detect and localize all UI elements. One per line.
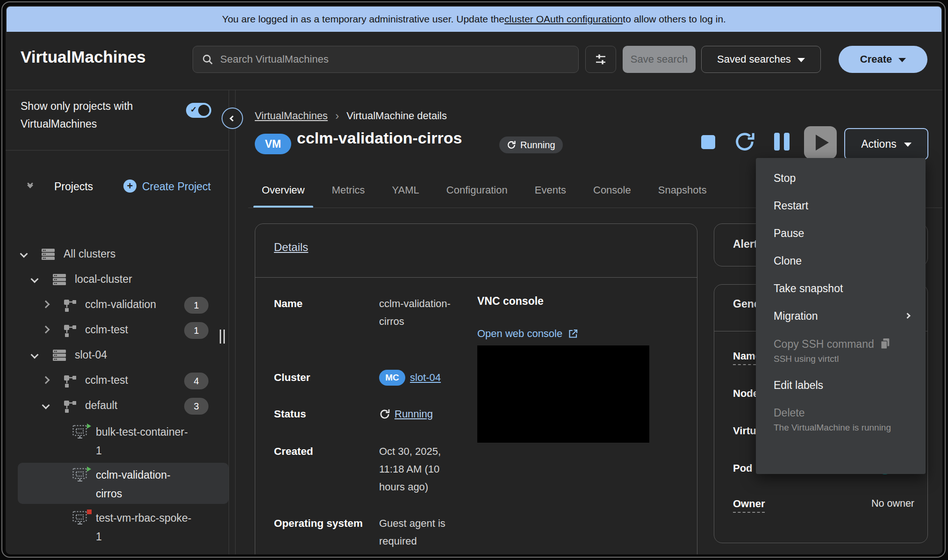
search-icon [201, 53, 214, 65]
vm-status-badge: Running [499, 136, 563, 153]
menu-item-stop[interactable]: Stop [756, 165, 926, 192]
menu-item-migration[interactable]: Migration [756, 302, 926, 330]
tree-item-cclm-validation-cirros[interactable]: cclm-validation-cirros [18, 463, 229, 504]
projects-filter-label: Show only projects with VirtualMachines [21, 97, 165, 133]
chevron-down-icon[interactable] [20, 250, 28, 258]
breadcrumb: VirtualMachines › VirtualMachine details [255, 109, 447, 122]
chevron-down-icon[interactable] [31, 275, 39, 283]
pause-button[interactable] [774, 133, 790, 151]
details-card: Details Name cclm-validation-cirros Clus… [255, 223, 697, 554]
project-icon [63, 298, 77, 314]
tree-item-default[interactable]: default 3 [6, 394, 229, 419]
managed-cluster-badge: MC [379, 370, 405, 386]
create-button[interactable]: Create [839, 46, 927, 73]
tree-item-local-cluster[interactable]: local-cluster [6, 267, 229, 293]
open-web-console-link[interactable]: Open web console [477, 328, 578, 340]
tree-item-cclm-test-slot04[interactable]: cclm-test 4 [6, 368, 229, 394]
chevron-right-icon [905, 313, 911, 319]
copy-ssh-label: Copy SSH command [774, 338, 874, 350]
chevron-down-icon[interactable] [31, 351, 39, 359]
search-bar[interactable] [193, 46, 579, 73]
project-icon [63, 374, 77, 390]
tab-console[interactable]: Console [585, 172, 639, 208]
project-icon [63, 399, 77, 415]
menu-item-delete: Delete The VirtualMachine is running [756, 399, 926, 440]
menu-item-edit-labels[interactable]: Edit labels [756, 372, 926, 399]
detail-tabs: Overview Metrics YAML Configuration Even… [253, 172, 715, 208]
tree-item-label: test-vm-rbac-spoke-1 [96, 509, 192, 546]
tab-events[interactable]: Events [526, 172, 575, 208]
tree-item-cclm-test[interactable]: cclm-test 1 [6, 318, 229, 343]
projects-header: Projects + Create Project [6, 178, 229, 198]
vnc-console-screen[interactable] [477, 345, 649, 443]
tree-item-label: cclm-validation-cirros [96, 466, 192, 503]
oauth-config-link[interactable]: cluster OAuth configuration [504, 14, 623, 25]
tree-item-bulk-test-container-1[interactable]: bulk-test-container-1 [6, 422, 229, 458]
menu-item-clone[interactable]: Clone [756, 247, 926, 275]
general-label-owner[interactable]: Owner [733, 498, 765, 513]
vm-running-icon [72, 424, 92, 442]
play-icon [816, 135, 829, 151]
caret-down-icon [898, 58, 906, 62]
saved-searches-button[interactable]: Saved searches [701, 46, 821, 73]
tab-yaml[interactable]: YAML [384, 172, 428, 208]
status-link[interactable]: Running [395, 405, 433, 423]
page-title: VirtualMachines [21, 48, 146, 66]
cluster-icon [52, 273, 66, 288]
vnc-console-title: VNC console [477, 295, 544, 308]
panel-resize-handle[interactable] [220, 330, 225, 344]
vm-count-badge: 4 [184, 373, 208, 389]
tree-item-all-clusters[interactable]: All clusters [6, 242, 229, 267]
tab-overview[interactable]: Overview [253, 172, 313, 208]
sidebar-collapse-button[interactable] [222, 108, 243, 129]
tree-item-cclm-validation[interactable]: cclm-validation 1 [6, 293, 229, 318]
tab-configuration[interactable]: Configuration [438, 172, 516, 208]
general-label-node: Node [733, 388, 759, 400]
card-divider [255, 277, 697, 278]
breadcrumb-virtualmachines-link[interactable]: VirtualMachines [255, 110, 328, 122]
menu-item-pause[interactable]: Pause [756, 220, 926, 247]
tree-item-label: slot-04 [75, 349, 107, 361]
saved-searches-label: Saved searches [717, 53, 791, 65]
details-card-title[interactable]: Details [274, 241, 308, 254]
vm-stopped-icon [72, 510, 92, 528]
breadcrumb-current: VirtualMachine details [346, 110, 447, 122]
chevron-right-icon[interactable] [42, 326, 50, 334]
check-icon: ✓ [190, 105, 197, 115]
tree-item-test-vm-rbac-spoke-1[interactable]: test-vm-rbac-spoke-1 [6, 508, 229, 544]
actions-label: Actions [861, 138, 896, 151]
cluster-link[interactable]: slot-04 [410, 369, 441, 387]
play-button-disabled [804, 126, 837, 159]
create-label: Create [860, 53, 892, 65]
chevron-right-icon[interactable] [42, 376, 50, 384]
chevron-down-icon[interactable] [42, 402, 50, 409]
migration-label: Migration [774, 310, 818, 322]
projects-label: Projects [54, 180, 93, 193]
project-icon [63, 323, 77, 339]
app-window: You are logged in as a temporary adminis… [6, 6, 942, 554]
create-project-link[interactable]: Create Project [142, 180, 211, 193]
header-divider [6, 90, 942, 90]
tree-item-slot-04[interactable]: slot-04 [6, 343, 229, 368]
restart-button[interactable] [734, 131, 755, 154]
advanced-filters-button[interactable] [585, 46, 616, 73]
collapse-all-icon[interactable] [28, 181, 32, 187]
detail-value-os: Guest agent is required [379, 515, 454, 550]
restart-icon [734, 131, 755, 152]
menu-item-take-snapshot[interactable]: Take snapshot [756, 275, 926, 302]
vm-title: cclm-validation-cirros [297, 129, 462, 147]
tab-snapshots[interactable]: Snapshots [650, 172, 715, 208]
plus-circle-icon[interactable]: + [123, 179, 136, 193]
chevron-right-icon[interactable] [42, 301, 50, 309]
stop-button[interactable] [701, 135, 715, 149]
tab-metrics[interactable]: Metrics [323, 172, 373, 208]
search-input[interactable] [220, 53, 570, 65]
menu-item-restart[interactable]: Restart [756, 192, 926, 220]
detail-label-created: Created [274, 443, 370, 460]
banner-text-before: You are logged in as a temporary adminis… [222, 14, 504, 25]
panel-resizer-track[interactable] [235, 90, 236, 554]
sidebar-divider [229, 90, 229, 554]
projects-filter-toggle[interactable]: ✓ [186, 103, 211, 118]
actions-button[interactable]: Actions [844, 128, 928, 160]
owner-value: No owner [871, 498, 914, 510]
